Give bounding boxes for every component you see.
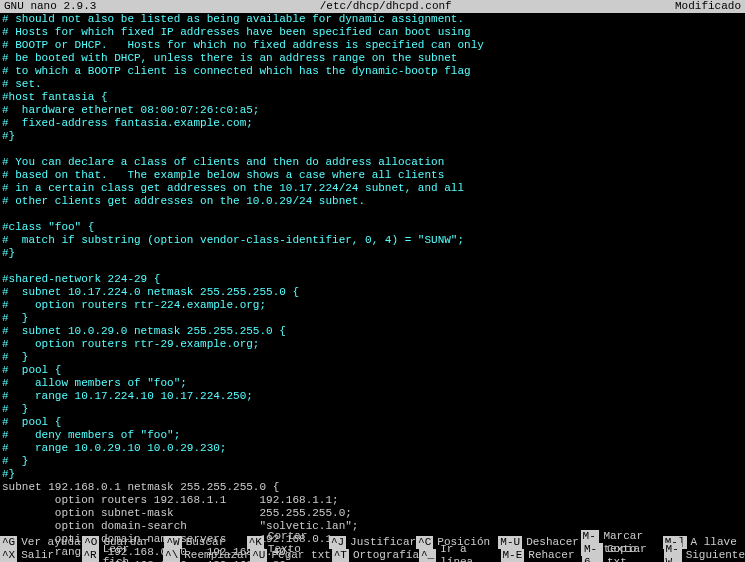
shortcut-label: Justificar [350,536,416,549]
editor-line[interactable]: # match if substring (option vendor-clas… [2,234,745,247]
shortcut-label: Salir [21,549,54,562]
shortcut-key: ^R [82,549,99,562]
shortcut-key: ^W [164,536,181,549]
shortcut-key: ^C [416,536,433,549]
editor-line[interactable]: #host fantasia { [2,91,745,104]
shortcut-key: ^U [250,549,267,562]
shortcut-key: M-E [501,549,525,562]
shortcut-label: Siguiente [686,549,745,562]
editor-line[interactable]: # option routers rtr-224.example.org; [2,299,745,312]
shortcut-key: ^X [0,549,17,562]
shortcut-label: Reemplazar [184,549,250,562]
shortcut-key: M-W [664,543,682,563]
editor-line[interactable]: # } [2,351,745,364]
shortcut-label: Ortografía [353,549,419,562]
editor-line[interactable]: # deny members of "foo"; [2,429,745,442]
shortcut-item[interactable]: ^RLeer fich. [82,549,164,562]
file-path: /etc/dhcp/dhcpd.conf [96,0,675,13]
editor-line[interactable]: # pool { [2,416,745,429]
editor-line[interactable]: # fixed-address fantasia.example.com; [2,117,745,130]
editor-line[interactable]: # range 10.0.29.10 10.0.29.230; [2,442,745,455]
editor-line[interactable]: # to which a BOOTP client is connected w… [2,65,745,78]
shortcut-item[interactable]: ^\Reemplazar [163,549,250,562]
shortcut-item[interactable]: ^GVer ayuda [0,536,82,549]
shortcut-item[interactable]: M-6Copiar txt [582,549,664,562]
editor-line[interactable]: # in a certain class get addresses on th… [2,182,745,195]
editor-line[interactable]: # subnet 10.17.224.0 netmask 255.255.255… [2,286,745,299]
titlebar: GNU nano 2.9.3 /etc/dhcp/dhcpd.conf Modi… [0,0,745,13]
shortcut-item[interactable]: ^JJustificar [329,536,416,549]
editor-line[interactable]: # be booted with DHCP, unless there is a… [2,52,745,65]
shortcut-item[interactable]: ^WBuscar [164,536,246,549]
editor-line[interactable]: # hardware ethernet 08:00:07:26:c0:a5; [2,104,745,117]
shortcut-key: ^J [329,536,346,549]
shortcut-key: ^T [332,549,349,562]
shortcut-item[interactable]: ^TOrtografía [332,549,419,562]
editor-line[interactable]: # BOOTP or DHCP. Hosts for which no fixe… [2,39,745,52]
editor-line[interactable]: # other clients get addresses on the 10.… [2,195,745,208]
editor-line[interactable]: # } [2,312,745,325]
shortcut-bar: ^GVer ayuda^OGuardar^WBuscar^KCortar Tex… [0,536,745,562]
editor-line[interactable]: # range 10.17.224.10 10.17.224.250; [2,390,745,403]
editor-line[interactable]: #} [2,468,745,481]
shortcut-item[interactable]: ^_Ir a línea [419,549,501,562]
shortcut-label: Pegar txt [271,549,330,562]
shortcut-label: Deshacer [526,536,579,549]
shortcut-label: Buscar [186,536,226,549]
shortcut-item[interactable]: ^XSalir [0,549,82,562]
editor-line[interactable]: # pool { [2,364,745,377]
editor-line[interactable]: #} [2,247,745,260]
editor-line[interactable]: # You can declare a class of clients and… [2,156,745,169]
editor-line[interactable] [2,260,745,273]
shortcut-item[interactable]: ^KCortar Texto [247,536,329,549]
shortcut-key: ^K [247,536,264,549]
editor-line[interactable] [2,143,745,156]
shortcut-label: A llave [691,536,737,549]
shortcut-item[interactable]: M-UDeshacer [498,536,580,549]
shortcut-key: ^_ [419,549,436,562]
editor-line[interactable]: subnet 192.168.0.1 netmask 255.255.255.0… [2,481,745,494]
editor-line[interactable]: # should not also be listed as being ava… [2,13,745,26]
editor-line[interactable]: #shared-network 224-29 { [2,273,745,286]
editor-area[interactable]: # should not also be listed as being ava… [0,13,745,562]
shortcut-key: M-U [498,536,522,549]
shortcut-item[interactable]: M-ERehacer [501,549,583,562]
app-name: GNU nano 2.9.3 [0,0,96,13]
shortcut-item[interactable]: M-WSiguiente [664,549,745,562]
shortcut-key: ^G [0,536,17,549]
editor-line[interactable]: #} [2,130,745,143]
editor-line[interactable] [2,208,745,221]
editor-line[interactable]: # } [2,455,745,468]
editor-line[interactable]: # set. [2,78,745,91]
editor-line[interactable]: #class "foo" { [2,221,745,234]
editor-line[interactable]: # option routers rtr-29.example.org; [2,338,745,351]
editor-line[interactable]: option subnet-mask 255.255.255.0; [2,507,745,520]
editor-line[interactable]: option routers 192.168.1.1 192.168.1.1; [2,494,745,507]
shortcut-key: M-6 [582,543,603,563]
shortcut-label: Copiar txt [607,543,664,563]
shortcut-key: ^O [82,536,99,549]
shortcut-key: ^\ [163,549,180,562]
shortcut-label: Rehacer [528,549,574,562]
editor-line[interactable]: # based on that. The example below shows… [2,169,745,182]
shortcut-label: Leer fich. [103,543,163,563]
editor-line[interactable]: # subnet 10.0.29.0 netmask 255.255.255.0… [2,325,745,338]
shortcut-label: Ir a línea [440,543,500,563]
shortcut-label: Ver ayuda [21,536,80,549]
shortcut-item[interactable]: ^UPegar txt [250,549,332,562]
editor-line[interactable]: # Hosts for which fixed IP addresses hav… [2,26,745,39]
editor-line[interactable]: # allow members of "foo"; [2,377,745,390]
modified-status: Modificado [675,0,745,13]
editor-line[interactable]: # } [2,403,745,416]
